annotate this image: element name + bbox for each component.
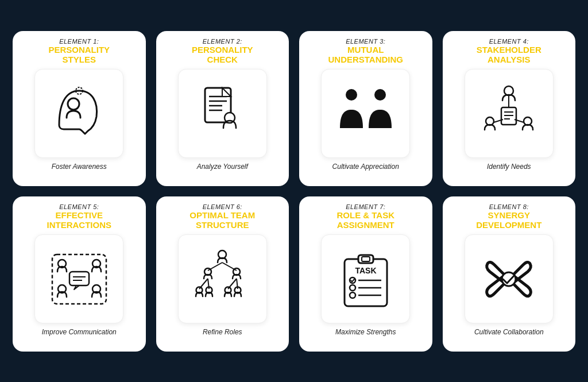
card6-element-label: ELEMENT 6:: [189, 203, 255, 210]
card5-element-label: ELEMENT 5:: [47, 203, 112, 210]
card4-icon-box: [465, 69, 554, 158]
svg-point-47: [350, 285, 355, 291]
card6-caption: Refine Roles: [203, 328, 242, 337]
card6-title: OPTIMAL TEAMSTRUCTURE: [189, 210, 255, 230]
card8-caption: Cultivate Collaboration: [474, 328, 544, 337]
card7-header: ELEMENT 7: ROLE & TASKASSIGNMENT: [336, 203, 394, 230]
card7-title: ROLE & TASKASSIGNMENT: [336, 210, 394, 230]
card3-caption: Cultivate Appreciation: [332, 163, 399, 172]
svg-line-35: [208, 263, 222, 271]
card8-title: SYNERGYDEVELOPMENT: [476, 210, 541, 230]
svg-rect-25: [69, 272, 89, 285]
card-element2: ELEMENT 2: PERSONALITYCHECK Analyze Your…: [156, 31, 289, 186]
role-task-icon: TASK: [334, 248, 397, 311]
card1-header: ELEMENT 1: PERSONALITYSTYLES: [48, 38, 110, 65]
card5-caption: Improve Communication: [42, 328, 117, 337]
optimal-team-icon: [191, 248, 254, 311]
card7-icon-box: TASK: [321, 234, 410, 323]
card6-icon-box: [178, 234, 267, 323]
card1-title: PERSONALITYSTYLES: [48, 45, 110, 65]
card4-header: ELEMENT 4: STAKEHOLDERANALYSIS: [477, 38, 541, 65]
svg-rect-20: [52, 254, 106, 304]
card1-caption: Foster Awareness: [52, 163, 107, 172]
card5-title: EFFECTIVEINTERACTIONS: [47, 210, 112, 230]
card-element5: ELEMENT 5: EFFECTIVEINTERACTIONS: [13, 196, 146, 352]
card5-header: ELEMENT 5: EFFECTIVEINTERACTIONS: [47, 203, 112, 230]
card3-element-label: ELEMENT 3:: [328, 38, 403, 45]
card2-element-label: ELEMENT 2:: [192, 38, 253, 45]
effective-interactions-icon: [48, 248, 111, 311]
svg-point-8: [346, 89, 357, 101]
card1-icon-box: [34, 69, 123, 158]
card2-icon-box: [178, 69, 267, 158]
card-element1: ELEMENT 1: PERSONALITYSTYLES Foster Awar…: [13, 31, 146, 186]
card7-caption: Maximize Strengths: [335, 328, 396, 337]
card-element6: ELEMENT 6: OPTIMAL TEAMSTRUCTURE: [156, 196, 289, 352]
main-grid: ELEMENT 1: PERSONALITYSTYLES Foster Awar…: [13, 31, 575, 352]
card3-icon-box: [321, 69, 410, 158]
card-element8: ELEMENT 8: SYNERGYDEVELOPMENT Cultivate …: [443, 196, 576, 352]
card4-element-label: ELEMENT 4:: [477, 38, 541, 45]
card2-caption: Analyze Yourself: [197, 163, 248, 172]
card-element4: ELEMENT 4: STAKEHOLDERANALYSIS: [443, 31, 576, 186]
card-element3: ELEMENT 3: MUTUALUNDERSTANDING Cultivate…: [299, 31, 432, 186]
svg-point-0: [68, 98, 79, 110]
card7-element-label: ELEMENT 7:: [336, 203, 394, 210]
card5-icon-box: [34, 234, 123, 323]
card6-header: ELEMENT 6: OPTIMAL TEAMSTRUCTURE: [189, 203, 255, 230]
svg-point-10: [504, 86, 513, 95]
card-element7: ELEMENT 7: ROLE & TASKASSIGNMENT TASK: [299, 196, 432, 352]
personality-check-icon: [191, 82, 254, 145]
stakeholder-analysis-icon: [477, 82, 540, 145]
card8-element-label: ELEMENT 8:: [476, 203, 541, 210]
synergy-development-icon: [477, 248, 540, 311]
card4-title: STAKEHOLDERANALYSIS: [477, 45, 541, 65]
svg-point-9: [374, 89, 386, 101]
svg-point-49: [350, 292, 355, 298]
svg-line-36: [222, 263, 237, 271]
mutual-understanding-icon: [334, 82, 397, 145]
svg-text:TASK: TASK: [355, 266, 376, 275]
card2-title: PERSONALITYCHECK: [192, 45, 253, 65]
personality-styles-icon: [48, 82, 111, 145]
card4-caption: Identify Needs: [487, 163, 531, 172]
card3-header: ELEMENT 3: MUTUALUNDERSTANDING: [328, 38, 403, 65]
card2-header: ELEMENT 2: PERSONALITYCHECK: [192, 38, 253, 65]
card8-header: ELEMENT 8: SYNERGYDEVELOPMENT: [476, 203, 541, 230]
card1-element-label: ELEMENT 1:: [48, 38, 110, 45]
card3-title: MUTUALUNDERSTANDING: [328, 45, 403, 65]
card8-icon-box: [465, 234, 554, 323]
